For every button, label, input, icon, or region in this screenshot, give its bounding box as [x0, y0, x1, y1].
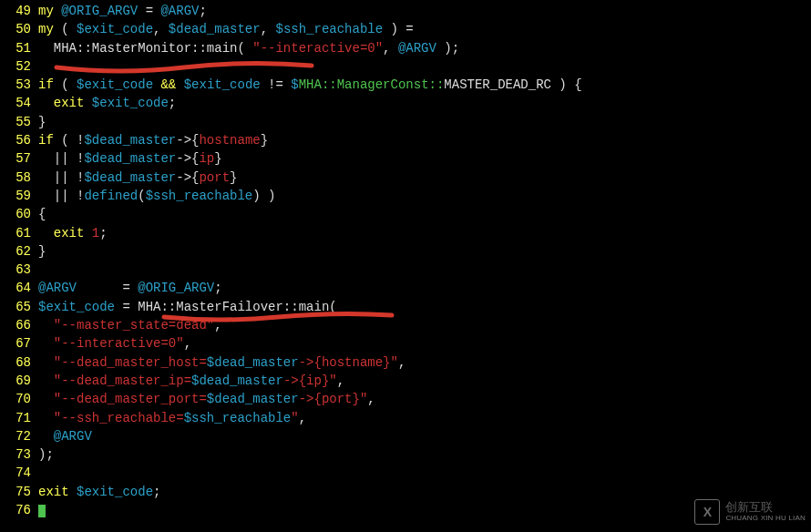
code-line[interactable]: 70 "--dead_master_port=$dead_master->{po… — [0, 390, 811, 408]
line-number: 71 — [0, 409, 38, 427]
code-content[interactable]: exit $exit_code; — [38, 94, 811, 112]
code-line[interactable]: 59 || !defined($ssh_reachable) ) — [0, 187, 811, 205]
code-line[interactable]: 66 "--master_state=dead", — [0, 316, 811, 334]
code-content[interactable]: || !$dead_master->{port} — [38, 169, 811, 187]
code-token: @ARGV — [160, 4, 199, 18]
code-line[interactable]: 64@ARGV = @ORIG_ARGV; — [0, 279, 811, 297]
code-content[interactable] — [38, 261, 811, 279]
code-line[interactable]: 73); — [0, 445, 811, 464]
code-content[interactable]: "--dead_master_ip=$dead_master->{ip}", — [38, 372, 811, 390]
code-line[interactable]: 57 || !$dead_master->{ip} — [0, 149, 811, 168]
code-line[interactable]: 68 "--dead_master_host=$dead_master->{ho… — [0, 353, 811, 372]
line-number: 69 — [0, 372, 38, 390]
code-line[interactable]: 67 "--interactive=0", — [0, 334, 811, 353]
code-token: = — [115, 300, 138, 314]
code-token: MHA::MasterMonitor:: — [54, 41, 207, 56]
code-content[interactable]: || !defined($ssh_reachable) ) — [38, 187, 811, 205]
code-editor[interactable]: 49my @ORIG_ARGV = @ARGV;50my ( $exit_cod… — [0, 0, 811, 519]
code-token: && — [160, 77, 176, 92]
code-token: exit — [54, 226, 85, 240]
code-line[interactable]: 69 "--dead_master_ip=$dead_master->{ip}"… — [0, 372, 811, 390]
code-line[interactable]: 75exit $exit_code; — [0, 483, 811, 501]
code-content[interactable]: exit 1; — [38, 224, 811, 242]
code-token: { — [38, 207, 46, 221]
code-token: } — [38, 244, 46, 259]
code-line[interactable]: 72 @ARGV — [0, 427, 811, 445]
code-token: ip — [306, 373, 322, 388]
code-token: ->{ — [283, 373, 306, 388]
code-line[interactable]: 58 || !$dead_master->{port} — [0, 169, 811, 187]
code-content[interactable]: my @ORIG_ARGV = @ARGV; — [38, 2, 811, 20]
code-token — [84, 96, 91, 110]
code-line[interactable]: 55} — [0, 113, 811, 131]
code-token: , — [367, 392, 375, 406]
code-content[interactable]: } — [38, 242, 811, 261]
code-content[interactable]: } — [38, 113, 811, 131]
code-token: "--ssh_reachable= — [54, 411, 184, 425]
code-line[interactable]: 65$exit_code = MHA::MasterFailover::main… — [0, 298, 811, 316]
code-line[interactable]: 52 — [0, 57, 811, 76]
line-number: 62 — [0, 242, 38, 261]
code-line[interactable]: 71 "--ssh_reachable=$ssh_reachable", — [0, 409, 811, 427]
code-line[interactable]: 62} — [0, 242, 811, 261]
line-number: 55 — [0, 113, 38, 131]
code-token: ( — [237, 41, 252, 56]
code-line[interactable]: 76 — [0, 501, 811, 519]
code-token: MASTER_DEAD_RC — [444, 77, 551, 92]
code-token: if — [38, 133, 54, 148]
code-content[interactable]: "--dead_master_host=$dead_master->{hostn… — [38, 353, 811, 372]
code-token: ( — [329, 300, 336, 314]
code-line[interactable]: 61 exit 1; — [0, 224, 811, 242]
code-line[interactable]: 49my @ORIG_ARGV = @ARGV; — [0, 2, 811, 20]
code-content[interactable]: "--interactive=0", — [38, 334, 811, 353]
code-content[interactable]: { — [38, 205, 811, 223]
code-content[interactable]: if ( !$dead_master->{hostname} — [38, 131, 811, 149]
code-content[interactable] — [38, 57, 811, 76]
code-line[interactable]: 53if ( $exit_code && $exit_code != $MHA:… — [0, 76, 811, 94]
code-line[interactable]: 56if ( !$dead_master->{hostname} — [0, 131, 811, 149]
code-content[interactable]: exit $exit_code; — [38, 483, 811, 501]
line-number: 58 — [0, 169, 38, 187]
line-number: 66 — [0, 316, 38, 334]
code-content[interactable]: @ARGV = @ORIG_ARGV; — [38, 279, 811, 297]
code-content[interactable] — [38, 464, 811, 482]
line-number: 68 — [0, 353, 38, 372]
code-token: || ! — [38, 189, 84, 203]
line-number: 54 — [0, 94, 38, 112]
code-token: MHA::ManagerConst:: — [299, 77, 445, 92]
code-token: exit — [54, 96, 85, 110]
code-token: ip — [199, 151, 214, 166]
code-content[interactable]: "--ssh_reachable=$ssh_reachable", — [38, 409, 811, 427]
code-token: }" — [353, 392, 368, 406]
code-token: != — [261, 77, 292, 92]
code-token: main — [299, 300, 330, 314]
code-token — [38, 411, 54, 425]
code-line[interactable]: 50my ( $exit_code, $dead_master, $ssh_re… — [0, 20, 811, 38]
code-token: , — [299, 411, 306, 425]
code-content[interactable]: "--master_state=dead", — [38, 316, 811, 334]
code-token: hostname — [199, 133, 260, 148]
code-content[interactable]: @ARGV — [38, 427, 811, 445]
code-content[interactable]: my ( $exit_code, $dead_master, $ssh_reac… — [38, 20, 811, 38]
code-token: $dead_master — [84, 133, 176, 148]
code-content[interactable]: ); — [38, 445, 811, 464]
code-token: $exit_code — [77, 77, 153, 92]
code-content[interactable]: if ( $exit_code && $exit_code != $MHA::M… — [38, 76, 811, 94]
code-line[interactable]: 54 exit $exit_code; — [0, 94, 811, 112]
code-line[interactable]: 51 MHA::MasterMonitor::main( "--interact… — [0, 39, 811, 57]
code-token: hostname — [322, 355, 383, 370]
code-content[interactable]: "--dead_master_port=$dead_master->{port}… — [38, 390, 811, 408]
code-content[interactable]: $exit_code = MHA::MasterFailover::main( — [38, 298, 811, 316]
code-content[interactable]: MHA::MasterMonitor::main( "--interactive… — [38, 39, 811, 57]
code-line[interactable]: 74 — [0, 464, 811, 482]
code-token: $exit_code — [38, 300, 115, 314]
code-token: @ARGV — [54, 429, 92, 444]
code-token: port — [199, 170, 230, 185]
code-line[interactable]: 63 — [0, 261, 811, 279]
code-token: " — [291, 411, 298, 425]
code-line[interactable]: 60{ — [0, 205, 811, 223]
code-token: main — [207, 41, 238, 56]
line-number: 56 — [0, 131, 38, 149]
line-number: 67 — [0, 334, 38, 353]
code-content[interactable]: || !$dead_master->{ip} — [38, 149, 811, 168]
